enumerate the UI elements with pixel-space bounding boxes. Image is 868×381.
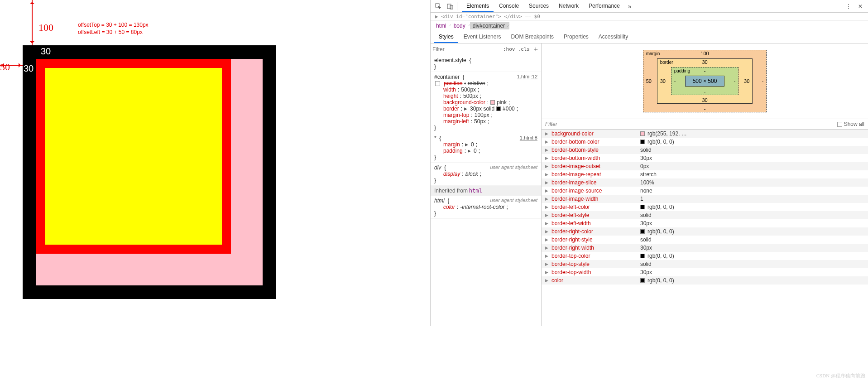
expand-icon[interactable]: ▶ <box>465 142 468 147</box>
computed-row[interactable]: ▶border-top-stylesolid <box>542 260 868 268</box>
css-value: block <box>465 171 478 177</box>
tab-sources[interactable]: Sources <box>524 1 553 12</box>
expand-icon[interactable]: ▶ <box>545 140 549 144</box>
cls-toggle[interactable]: .cls <box>518 46 530 52</box>
color-swatch[interactable] <box>490 100 495 105</box>
inspect-icon[interactable] <box>433 1 443 11</box>
inherited-from[interactable]: html <box>469 188 482 194</box>
close-icon[interactable]: ✕ <box>855 1 865 11</box>
expand-icon[interactable]: ▶ <box>545 180 549 185</box>
rule-element-style[interactable]: element.style {} <box>431 55 541 72</box>
color-swatch[interactable] <box>640 205 645 209</box>
computed-row[interactable]: ▶border-image-outset0px <box>542 162 868 170</box>
margin-top-label: 100 <box>38 22 53 34</box>
computed-row[interactable]: ▶background-colorrgb(255, 192, … <box>542 130 868 138</box>
rule-container[interactable]: 1.html:12 #container { position: relativ… <box>431 72 541 133</box>
computed-row[interactable]: ▶border-image-slice100% <box>542 178 868 187</box>
color-swatch[interactable] <box>640 254 645 258</box>
more-tabs-icon[interactable]: » <box>628 3 632 10</box>
expand-icon[interactable]: ▶ <box>464 106 467 111</box>
computed-row[interactable]: ▶border-image-repeatstretch <box>542 170 868 178</box>
new-style-rule-icon[interactable]: + <box>532 45 539 53</box>
expand-icon[interactable]: ▶ <box>545 254 549 258</box>
css-prop: margin <box>443 141 460 148</box>
expand-icon[interactable]: ▶ <box>545 156 549 160</box>
device-toolbar-icon[interactable] <box>445 1 455 11</box>
subtab-dom-breakpoints[interactable]: DOM Breakpoints <box>506 31 558 43</box>
computed-row[interactable]: ▶border-bottom-width30px <box>542 154 868 162</box>
color-swatch[interactable] <box>640 229 645 234</box>
computed-row[interactable]: ▶border-right-colorrgb(0, 0, 0) <box>542 227 868 236</box>
computed-row[interactable]: ▶border-image-sourcenone <box>542 187 868 195</box>
computed-name: border-image-source <box>551 188 638 194</box>
expand-icon[interactable]: ▶ <box>545 172 549 177</box>
expand-icon[interactable]: ▶ <box>545 278 549 283</box>
expand-icon[interactable]: ▶ <box>545 246 549 250</box>
computed-row[interactable]: ▶border-right-stylesolid <box>542 236 868 244</box>
source-link[interactable]: 1.html:12 <box>517 74 537 79</box>
expand-icon[interactable]: ▶ <box>545 229 549 234</box>
tab-console[interactable]: Console <box>494 1 523 12</box>
computed-row[interactable]: ▶border-top-colorrgb(0, 0, 0) <box>542 252 868 260</box>
computed-row[interactable]: ▶border-bottom-stylesolid <box>542 146 868 154</box>
computed-value: rgb(0, 0, 0) <box>647 228 674 235</box>
color-swatch[interactable] <box>640 140 645 144</box>
css-value: 100px <box>475 112 489 118</box>
margin-top-arrow <box>32 0 33 45</box>
subtab-styles[interactable]: Styles <box>434 31 458 43</box>
subtab-event-listeners[interactable]: Event Listeners <box>459 31 506 43</box>
breadcrumb-body[interactable]: body <box>451 22 470 29</box>
inherited-header: Inherited from html <box>431 186 541 196</box>
tab-network[interactable]: Network <box>554 1 583 12</box>
expand-icon[interactable]: ▶ <box>545 205 549 209</box>
breadcrumb-container[interactable]: div#container <box>470 22 509 29</box>
kebab-menu-icon[interactable]: ⋮ <box>844 1 854 11</box>
subtab-properties[interactable]: Properties <box>559 31 593 43</box>
rule-div-ua[interactable]: user agent stylesheet div { display: blo… <box>431 163 541 186</box>
computed-row[interactable]: ▶border-left-stylesolid <box>542 211 868 219</box>
expand-icon[interactable]: ▶ <box>468 149 471 153</box>
expand-icon[interactable]: ▶ <box>545 148 549 152</box>
breadcrumb-html[interactable]: html <box>433 22 451 29</box>
expand-icon[interactable]: ▶ <box>545 270 549 275</box>
css-prop: width <box>443 87 456 93</box>
computed-name: border-top-style <box>551 261 638 267</box>
expand-icon[interactable]: ▶ <box>545 197 549 201</box>
source-link[interactable]: 1.html:8 <box>520 135 537 140</box>
computed-filter-input[interactable] <box>545 121 834 127</box>
tab-performance[interactable]: Performance <box>584 1 624 12</box>
computed-row[interactable]: ▶border-left-width30px <box>542 219 868 227</box>
expand-icon[interactable]: ▶ <box>545 262 549 266</box>
css-value: 0 <box>471 141 474 148</box>
showall-toggle[interactable]: Show all <box>837 121 864 127</box>
css-value: 500px <box>463 93 478 99</box>
expand-icon[interactable]: ▶ <box>545 213 549 217</box>
subtab-accessibility[interactable]: Accessibility <box>594 31 633 43</box>
color-swatch[interactable] <box>496 106 501 111</box>
bm-border-top: 30 <box>702 59 707 65</box>
rule-star[interactable]: 1.html:8 * { margin: ▶0; padding: ▶0; } <box>431 133 541 163</box>
hov-toggle[interactable]: :hov <box>503 46 515 52</box>
expand-icon[interactable]: ▶ <box>545 237 549 242</box>
expand-icon[interactable]: ▶ <box>545 131 549 136</box>
rule-html-ua[interactable]: user agent stylesheet html { color: -int… <box>431 196 541 219</box>
expand-icon[interactable]: ▶ <box>545 164 549 169</box>
computed-row[interactable]: ▶border-image-width1 <box>542 195 868 203</box>
color-swatch[interactable] <box>640 278 645 283</box>
box-model[interactable]: margin 100 - 50 - border 30 30 30 30 p <box>542 43 868 119</box>
tab-elements[interactable]: Elements <box>462 1 494 12</box>
styles-filter-input[interactable] <box>432 46 500 53</box>
computed-row[interactable]: ▶border-left-colorrgb(0, 0, 0) <box>542 203 868 211</box>
computed-name: border-right-style <box>551 236 638 243</box>
expand-icon[interactable]: ▶ <box>545 221 549 226</box>
computed-row[interactable]: ▶border-top-width30px <box>542 268 868 276</box>
computed-row[interactable]: ▶border-right-width30px <box>542 244 868 252</box>
expand-icon[interactable]: ▶ <box>545 188 549 193</box>
color-swatch[interactable] <box>640 131 645 136</box>
bm-border-label: border <box>660 60 673 65</box>
computed-row[interactable]: ▶border-bottom-colorrgb(0, 0, 0) <box>542 138 868 146</box>
decl-checkbox[interactable] <box>435 81 440 86</box>
dom-tree-line[interactable]: ▶ <div id="container"> </div> == $0 <box>431 13 868 21</box>
computed-row[interactable]: ▶colorrgb(0, 0, 0) <box>542 276 868 285</box>
bm-padding-label: padding <box>674 68 691 73</box>
